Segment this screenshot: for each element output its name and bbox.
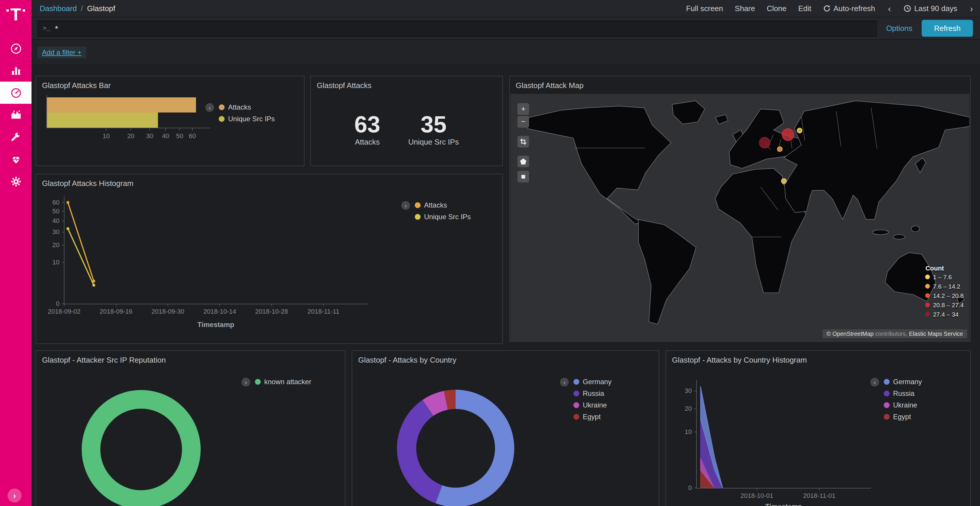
legend-dot xyxy=(573,402,579,408)
svg-text:30: 30 xyxy=(146,132,153,140)
options-link[interactable]: Options xyxy=(886,24,912,33)
sidebar-item-timelion[interactable] xyxy=(0,104,32,126)
sidebar-item-management[interactable] xyxy=(0,170,32,192)
share-button[interactable]: Share xyxy=(735,4,755,13)
sidebar-item-dashboard[interactable] xyxy=(0,82,32,104)
breadcrumb-dashboard-link[interactable]: Dashboard xyxy=(40,4,77,13)
add-filter-link[interactable]: Add a filter + xyxy=(37,46,86,58)
svg-text:60: 60 xyxy=(52,199,59,206)
attacks-histogram-chart[interactable]: 01020304050602018-09-022018-09-162018-09… xyxy=(41,192,391,335)
legend-dot xyxy=(415,214,421,220)
wrench-icon xyxy=(10,131,22,143)
legend-item-ukraine[interactable]: Ukraine xyxy=(573,401,612,409)
sidebar-item-devtools[interactable] xyxy=(0,126,32,148)
osm-attribution-link[interactable]: © OpenStreetMap xyxy=(827,330,874,337)
crop-tool-button[interactable] xyxy=(517,136,529,148)
legend-toggle-icon[interactable]: › xyxy=(560,378,569,387)
zoom-out-button[interactable]: − xyxy=(517,116,529,128)
legend-item-germany[interactable]: Germany xyxy=(573,378,612,386)
svg-text:0: 0 xyxy=(56,300,59,307)
time-picker-button[interactable]: Last 90 days xyxy=(904,4,957,13)
refresh-button[interactable]: Refresh xyxy=(922,20,973,37)
panel-attacks-bar: Glastopf Attacks Bar 102030405060 › Atta… xyxy=(36,76,304,166)
map-legend: Count 1 – 7.6 7.6 – 14.2 14.2 – 20.8 20.… xyxy=(926,265,964,320)
legend-item-germany[interactable]: Germany xyxy=(884,378,922,386)
legend-dot xyxy=(884,390,889,397)
legend-toggle-icon[interactable]: › xyxy=(401,201,410,210)
app-sidebar: T xyxy=(0,0,32,506)
breadcrumb: Dashboard/Glastopf xyxy=(40,4,115,13)
sidebar-collapse-button[interactable]: › xyxy=(8,489,22,503)
logo-dot xyxy=(23,10,25,12)
svg-text:50: 50 xyxy=(52,208,59,215)
legend-dot xyxy=(884,414,889,420)
query-input[interactable] xyxy=(55,24,872,33)
legend-dot xyxy=(219,116,224,122)
panel-title: Glastopf - Attacks by Country Histogram xyxy=(666,351,970,365)
legend-dot xyxy=(415,202,421,208)
breadcrumb-current: Glastopf xyxy=(87,4,115,13)
panel-title: Glastopf Attacks Histogram xyxy=(36,174,502,189)
full-screen-button[interactable]: Full screen xyxy=(686,4,723,13)
gear-icon xyxy=(10,175,22,187)
map-legend-row: 27.4 – 34 xyxy=(926,311,964,318)
panel-country-histogram: Glastopf - Attacks by Country Histogram … xyxy=(666,351,970,506)
legend-item-ukraine[interactable]: Ukraine xyxy=(884,401,922,409)
legend-item-attacks[interactable]: Attacks xyxy=(415,201,471,209)
panel-src-ip-reputation: Glastopf - Attacker Src IP Reputation › … xyxy=(36,351,345,506)
panel-attack-map: Glastopf Attack Map xyxy=(509,76,970,342)
panel-attacks-histogram: Glastopf Attacks Histogram 0102030405060… xyxy=(36,174,503,344)
legend-toggle-icon[interactable]: › xyxy=(205,103,214,112)
reputation-donut-chart[interactable] xyxy=(36,351,345,506)
clone-button[interactable]: Clone xyxy=(767,4,787,13)
sidebar-item-monitoring[interactable] xyxy=(0,148,32,170)
legend-item-unique-src-ips[interactable]: Unique Src IPs xyxy=(219,115,275,123)
legend-dot xyxy=(884,402,889,408)
legend-item-attacks[interactable]: Attacks xyxy=(219,103,275,111)
elastic-maps-attribution-link[interactable]: Elastic Maps Service xyxy=(909,330,963,337)
sidebar-item-discover[interactable] xyxy=(0,37,32,59)
auto-refresh-button[interactable]: Auto-refresh xyxy=(823,4,875,13)
main-region: Dashboard/Glastopf Full screen Share Clo… xyxy=(32,0,980,506)
logo-letter: T xyxy=(11,6,21,23)
telekom-logo[interactable]: T xyxy=(6,6,25,29)
legend-toggle-icon[interactable]: › xyxy=(870,378,879,387)
top-bar: Dashboard/Glastopf Full screen Share Clo… xyxy=(32,0,980,17)
svg-text:2018-09-30: 2018-09-30 xyxy=(151,308,185,315)
legend-item-known-attacker[interactable]: known attacker xyxy=(255,378,311,386)
map-legend-title: Count xyxy=(926,265,964,272)
legend: › known attacker xyxy=(242,378,311,389)
svg-text:30: 30 xyxy=(685,387,692,394)
legend-dot xyxy=(926,312,930,317)
legend-toggle-icon[interactable]: › xyxy=(242,378,250,387)
legend-dot xyxy=(926,284,930,289)
legend: › Attacks Unique Src IPs xyxy=(401,201,471,224)
world-map[interactable]: + − xyxy=(511,94,969,341)
country-donut-chart[interactable] xyxy=(352,351,659,506)
legend-item-russia[interactable]: Russia xyxy=(573,389,612,398)
attacks-bar-chart[interactable]: 102030405060 xyxy=(40,92,215,152)
legend-dot xyxy=(884,379,889,385)
time-forward-chevron[interactable]: › xyxy=(969,3,974,13)
legend-item-egypt[interactable]: Egypt xyxy=(884,413,922,421)
polygon-tool-button[interactable] xyxy=(517,155,529,167)
legend-dot xyxy=(926,303,930,307)
legend-dot xyxy=(219,104,224,110)
legend-item-russia[interactable]: Russia xyxy=(884,389,922,398)
rectangle-tool-button[interactable]: ■ xyxy=(517,171,529,182)
country-histogram-chart[interactable]: 01020302018-10-012018-11-01Timestamp xyxy=(670,374,891,506)
time-back-chevron[interactable]: ‹ xyxy=(887,3,892,13)
svg-text:20: 20 xyxy=(127,132,134,140)
legend-dot xyxy=(573,414,579,420)
svg-text:2018-09-16: 2018-09-16 xyxy=(100,308,133,315)
refresh-cycle-icon xyxy=(823,5,830,12)
world-map-svg xyxy=(511,94,969,341)
legend-item-unique-src-ips[interactable]: Unique Src IPs xyxy=(415,213,471,221)
query-input-wrap: >_ xyxy=(37,20,877,36)
edit-button[interactable]: Edit xyxy=(798,4,811,13)
legend-item-egypt[interactable]: Egypt xyxy=(573,413,612,421)
sidebar-item-visualize[interactable] xyxy=(0,59,32,82)
svg-text:50: 50 xyxy=(176,132,183,140)
metric-unique-src-ips: 35 Unique Src IPs xyxy=(408,112,459,146)
zoom-in-button[interactable]: + xyxy=(517,103,529,115)
